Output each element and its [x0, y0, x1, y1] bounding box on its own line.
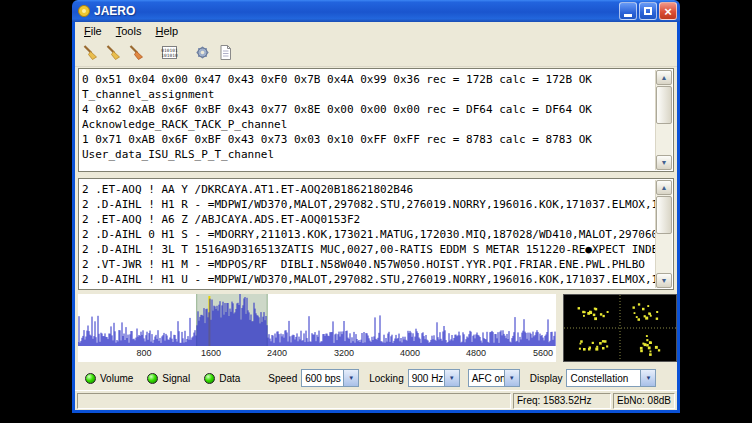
toolbar: 010101101010 — [75, 39, 677, 67]
display-value: Constellation — [567, 373, 640, 384]
menu-bar: File Tools Help — [75, 22, 677, 39]
close-icon: × — [664, 5, 672, 18]
clear-all-button[interactable] — [125, 42, 147, 64]
hex-output-pane[interactable]: 0 0x51 0x04 0x00 0x47 0x43 0xF0 0x7B 0x4… — [78, 68, 674, 172]
controls-bar: Volume Signal Data Speed 600 bps ▼ Locki… — [75, 368, 677, 388]
acars-line: 2 .D-AIHL ! H1 R - =MDPWI/WD370,MALOT,29… — [82, 197, 656, 212]
spectrum-axis: 800160024003200400048005600 — [78, 347, 556, 361]
signal-led[interactable] — [147, 373, 158, 384]
data-led[interactable] — [204, 373, 215, 384]
constellation-widget — [563, 294, 677, 362]
speed-select[interactable]: 600 bps ▼ — [301, 369, 359, 387]
acars-output-pane[interactable]: 2 .ET-AOQ ! AA Y /DKRCAYA.AT1.ET-AOQ20B1… — [78, 178, 674, 290]
axis-tick-label: 3200 — [330, 348, 358, 358]
status-spacer-panel — [77, 393, 511, 409]
hex-line: 0 0x51 0x04 0x00 0x47 0x43 0xF0 0x7B 0x4… — [82, 72, 656, 87]
locking-value: 900 Hz — [409, 373, 444, 384]
window-controls: × — [617, 2, 677, 20]
scroll-down-icon[interactable]: ▼ — [656, 155, 672, 170]
chevron-down-icon[interactable]: ▼ — [640, 370, 655, 386]
scrollbar-thumb[interactable] — [656, 196, 672, 234]
afc-select[interactable]: AFC on ▼ — [468, 369, 520, 387]
signal-label: Signal — [162, 373, 190, 384]
axis-tick-label: 800 — [130, 348, 158, 358]
hex-lines: 0 0x51 0x04 0x00 0x47 0x43 0xF0 0x7B 0x4… — [79, 70, 656, 170]
acars-line: 2 .ET-AOQ ! A6 Z /ABJCAYA.ADS.ET-AOQ0153… — [82, 212, 656, 227]
clear-window-button[interactable] — [79, 42, 101, 64]
acars-pane-scrollbar[interactable]: ▲ ▼ — [655, 180, 672, 288]
acars-line: 2 .VT-JWR ! H1 M - =MDPOS/RF DIBLI.N58W0… — [82, 257, 656, 272]
axis-tick-label: 5600 — [529, 348, 557, 358]
menu-tools[interactable]: Tools — [109, 24, 149, 38]
scroll-up-icon[interactable]: ▲ — [656, 180, 672, 195]
display-label: Display — [530, 373, 563, 384]
window-title: JAERO — [94, 4, 617, 18]
acars-line: 2 .D-AIHL ! 3L T 1516A9D316513ZATIS MUC,… — [82, 242, 656, 257]
title-bar[interactable]: JAERO × — [72, 0, 680, 22]
hex-line: 1 0x71 0xAB 0x6F 0xBF 0x43 0x73 0x03 0x1… — [82, 132, 656, 147]
axis-tick-label: 2400 — [263, 348, 291, 358]
spectrum-widget[interactable]: 800160024003200400048005600 — [78, 294, 556, 362]
axis-tick-label: 4800 — [462, 348, 490, 358]
hex-pane-scrollbar[interactable]: ▲ ▼ — [655, 70, 672, 170]
clear-window2-icon — [104, 43, 123, 62]
hex-line: Acknowledge_RACK_TACK_P_channel — [82, 117, 656, 132]
log-file-button[interactable] — [214, 42, 236, 64]
menu-file[interactable]: File — [77, 24, 109, 38]
binary-data-button[interactable]: 010101101010 — [158, 42, 180, 64]
ebno-status: EbNo: 08dB — [613, 393, 675, 409]
app-icon — [77, 4, 91, 18]
jaero-window: JAERO × File Tools Help 010101101010 — [72, 0, 680, 413]
volume-label: Volume — [100, 373, 133, 384]
axis-tick-label: 1600 — [197, 348, 225, 358]
close-button[interactable]: × — [659, 2, 677, 20]
minimize-button[interactable] — [619, 2, 637, 20]
locking-select[interactable]: 900 Hz ▼ — [408, 369, 460, 387]
menu-help[interactable]: Help — [148, 24, 185, 38]
speed-value: 600 bps — [302, 373, 343, 384]
axis-tick-label: 4000 — [396, 348, 424, 358]
chevron-down-icon[interactable]: ▼ — [343, 370, 358, 386]
clear-window-icon — [81, 43, 100, 62]
settings-gear-icon — [193, 43, 212, 62]
scroll-down-icon[interactable]: ▼ — [656, 273, 672, 288]
acars-line: 2 .D-AIHL ! H1 U - =MDPWI/WD370,MALOT,29… — [82, 272, 656, 287]
status-bar: Freq: 1583.52Hz EbNo: 08dB — [75, 390, 677, 410]
acars-lines: 2 .ET-AOQ ! AA Y /DKRCAYA.AT1.ET-AOQ20B1… — [79, 180, 656, 288]
afc-value: AFC on — [469, 373, 504, 384]
hex-line: T_channel_assignment — [82, 87, 656, 102]
constellation-plot — [564, 295, 676, 361]
scrollbar-thumb[interactable] — [656, 86, 672, 124]
clear-all-icon — [127, 43, 146, 62]
data-label: Data — [219, 373, 240, 384]
chevron-down-icon[interactable]: ▼ — [444, 370, 459, 386]
desktop: { "window": { "title": "JAERO" }, "menu"… — [0, 0, 752, 423]
chevron-down-icon[interactable]: ▼ — [504, 370, 519, 386]
scroll-up-icon[interactable]: ▲ — [656, 70, 672, 85]
minimize-icon — [624, 14, 632, 17]
clear-window2-button[interactable] — [102, 42, 124, 64]
maximize-button[interactable] — [639, 2, 657, 20]
freq-status: Freq: 1583.52Hz — [513, 393, 611, 409]
display-select[interactable]: Constellation ▼ — [566, 369, 656, 387]
acars-line: 2 .ET-AOQ ! AA Y /DKRCAYA.AT1.ET-AOQ20B1… — [82, 182, 656, 197]
spectrum-plot[interactable] — [78, 294, 556, 346]
volume-led[interactable] — [85, 373, 96, 384]
locking-label: Locking — [369, 373, 403, 384]
settings-button[interactable] — [191, 42, 213, 64]
log-file-icon — [216, 43, 235, 62]
maximize-icon — [644, 7, 652, 15]
hex-line: 4 0x62 0xAB 0x6F 0xBF 0x43 0x77 0x8E 0x0… — [82, 102, 656, 117]
speed-label: Speed — [268, 373, 297, 384]
acars-line: 2 .D-AIHL 0 H1 S - =MDORRY,211013.KOK,17… — [82, 227, 656, 242]
window-body: File Tools Help 010101101010 — [72, 22, 680, 413]
svg-text:101010: 101010 — [161, 53, 178, 58]
binary-data-icon: 010101101010 — [160, 43, 179, 62]
hex-line: User_data_ISU_RLS_P_T_channel — [82, 147, 656, 162]
